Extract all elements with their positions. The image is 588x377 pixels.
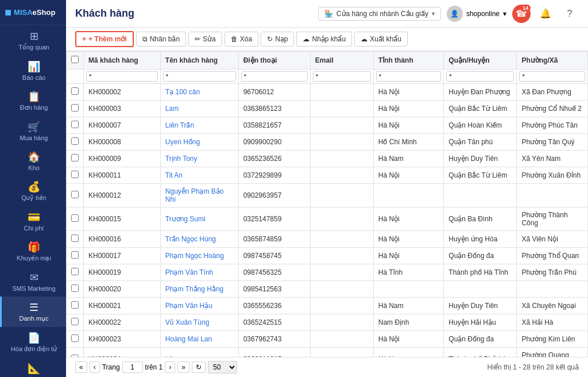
row-checkbox-cell[interactable]	[67, 331, 84, 348]
row-checkbox[interactable]	[71, 171, 79, 178]
row-checkbox[interactable]	[71, 191, 79, 198]
copy-button[interactable]: ⧉ Nhân bản	[136, 32, 186, 47]
sidebar-item-danh-muc[interactable]: ☰ Danh mục	[0, 297, 66, 327]
import-button[interactable]: ☁ Nhập khẩu	[296, 32, 352, 47]
sidebar-item-bao-cao[interactable]: 📊 Báo cáo	[0, 56, 66, 86]
row-checkbox[interactable]	[71, 251, 79, 259]
refresh-button[interactable]: ↻	[192, 361, 206, 373]
row-checkbox[interactable]	[71, 214, 79, 222]
row-name[interactable]: Liên Trần	[160, 117, 238, 134]
help-button[interactable]: ?	[560, 5, 579, 23]
row-email	[310, 84, 373, 101]
user-info[interactable]: 👤 shoponline ▾	[447, 6, 506, 22]
row-name[interactable]: Hoàng Mai Lan	[160, 331, 238, 348]
row-checkbox[interactable]	[71, 334, 79, 342]
filter-phone-input[interactable]	[241, 71, 308, 82]
filter-email[interactable]	[310, 70, 373, 84]
row-name[interactable]: Tạ 100 cân	[160, 84, 238, 101]
row-quan: Huyện Duy Tiên	[444, 151, 517, 167]
store-selector[interactable]: 🏪 Cửa hàng chi nhánh Cầu giấy ▾	[318, 7, 441, 21]
row-name[interactable]: Trương Sumi	[160, 207, 238, 231]
filter-email-input[interactable]	[313, 71, 371, 82]
sidebar-item-tong-quan[interactable]: ⊞ Tổng quan	[0, 25, 66, 56]
delete-button[interactable]: 🗑 Xóa	[225, 32, 258, 47]
row-checkbox[interactable]	[71, 234, 79, 242]
row-checkbox[interactable]	[71, 154, 79, 161]
page-input[interactable]	[122, 361, 143, 373]
support-button[interactable]: ☎ 14	[512, 5, 531, 23]
row-checkbox[interactable]	[71, 301, 79, 309]
prev-page-button[interactable]: ‹	[90, 361, 100, 373]
row-checkbox-cell[interactable]	[67, 84, 84, 101]
row-checkbox[interactable]	[71, 87, 79, 95]
filter-tinh[interactable]	[373, 70, 444, 84]
logo-text: MISAeShop	[14, 8, 55, 17]
recharge-button[interactable]: ↻ Nạp	[261, 32, 294, 47]
sidebar-item-khuyen-mai[interactable]: 🎁 Khuyến mại	[0, 236, 66, 267]
row-checkbox-cell[interactable]	[67, 134, 84, 151]
sidebar-item-quy-tien[interactable]: 💰 Quỹ tiền	[0, 176, 66, 206]
row-name[interactable]: Vũ Xuân Tùng	[160, 314, 238, 331]
filter-phuong[interactable]	[517, 70, 588, 84]
filter-ma[interactable]	[84, 70, 161, 84]
filter-phuong-input[interactable]	[519, 71, 585, 82]
sidebar-item-kho[interactable]: 🏠 Kho	[0, 146, 66, 176]
row-checkbox[interactable]	[71, 268, 79, 275]
filter-quan[interactable]	[444, 70, 517, 84]
filter-ten-input[interactable]	[163, 71, 236, 82]
toolbar: + + Thêm mới ⧉ Nhân bản ✏ Sửa 🗑 Xóa ↻ Nạ…	[66, 28, 588, 51]
notification-button[interactable]: 🔔	[536, 5, 555, 23]
row-name[interactable]: Uyen Hồng	[160, 134, 238, 151]
row-checkbox[interactable]	[71, 284, 79, 292]
row-name[interactable]: Trần Ngọc Hùng	[160, 231, 238, 248]
row-name[interactable]: Phạm Thắng Hằng	[160, 281, 238, 298]
filter-quan-input[interactable]	[446, 71, 514, 82]
row-name[interactable]: Tit An	[160, 167, 238, 184]
row-checkbox-cell[interactable]	[67, 298, 84, 314]
sidebar-item-don-hang[interactable]: 📋 Đơn hàng	[0, 86, 66, 116]
page-size-select[interactable]: 50 25 100	[208, 361, 237, 374]
sidebar-item-sms[interactable]: ✉ SMS Marketing	[0, 267, 66, 297]
select-all-header[interactable]	[67, 52, 84, 70]
row-checkbox[interactable]	[71, 121, 79, 128]
row-checkbox-cell[interactable]	[67, 281, 84, 298]
export-button[interactable]: ☁ Xuất khẩu	[354, 32, 408, 47]
sidebar-item-chi-phi[interactable]: 💳 Chi phí	[0, 206, 66, 236]
row-checkbox-cell[interactable]	[67, 314, 84, 331]
edit-button[interactable]: ✏ Sửa	[188, 32, 222, 47]
row-checkbox-cell[interactable]	[67, 151, 84, 167]
row-name[interactable]: Phạm Ngọc Hoàng	[160, 248, 238, 264]
row-name[interactable]: Lam	[160, 101, 238, 117]
row-tinh: Hà Nội	[373, 101, 444, 117]
row-name[interactable]: Lê	[160, 348, 238, 357]
row-checkbox-cell[interactable]	[67, 231, 84, 248]
filter-ten[interactable]	[160, 70, 238, 84]
row-checkbox[interactable]	[71, 137, 79, 145]
row-checkbox-cell[interactable]	[67, 184, 84, 207]
sidebar-item-hoa-don[interactable]: 📄 Hóa đơn điện tử	[0, 327, 66, 357]
filter-dien-thoai[interactable]	[238, 70, 310, 84]
row-name[interactable]: Phạm Văn Hậu	[160, 298, 238, 314]
row-checkbox-cell[interactable]	[67, 167, 84, 184]
add-button[interactable]: + + Thêm mới	[75, 31, 134, 47]
row-name[interactable]: Trịnh Tony	[160, 151, 238, 167]
sidebar-item-ke-toan[interactable]: 📐 Kế toán	[0, 357, 66, 377]
row-checkbox-cell[interactable]	[67, 264, 84, 281]
row-checkbox-cell[interactable]	[67, 348, 84, 357]
sidebar-item-mua-hang[interactable]: 🛒 Mua hàng	[0, 116, 66, 146]
filter-tinh-input[interactable]	[376, 71, 442, 82]
last-page-button[interactable]: »	[177, 361, 189, 373]
select-all-checkbox[interactable]	[71, 56, 79, 63]
row-checkbox-cell[interactable]	[67, 207, 84, 231]
row-checkbox-cell[interactable]	[67, 117, 84, 134]
row-checkbox[interactable]	[71, 104, 79, 111]
row-checkbox-cell[interactable]	[67, 101, 84, 117]
first-page-button[interactable]: «	[75, 361, 87, 373]
row-checkbox[interactable]	[71, 318, 79, 325]
row-name[interactable]: Phạm Văn Tính	[160, 264, 238, 281]
next-page-button[interactable]: ›	[165, 361, 175, 373]
row-name[interactable]: Nguyễn Phạm Bảo Nhi	[160, 184, 238, 207]
filter-ma-input[interactable]	[86, 71, 158, 82]
row-phuong: Phường Thổ Quan	[517, 248, 588, 264]
row-checkbox-cell[interactable]	[67, 248, 84, 264]
